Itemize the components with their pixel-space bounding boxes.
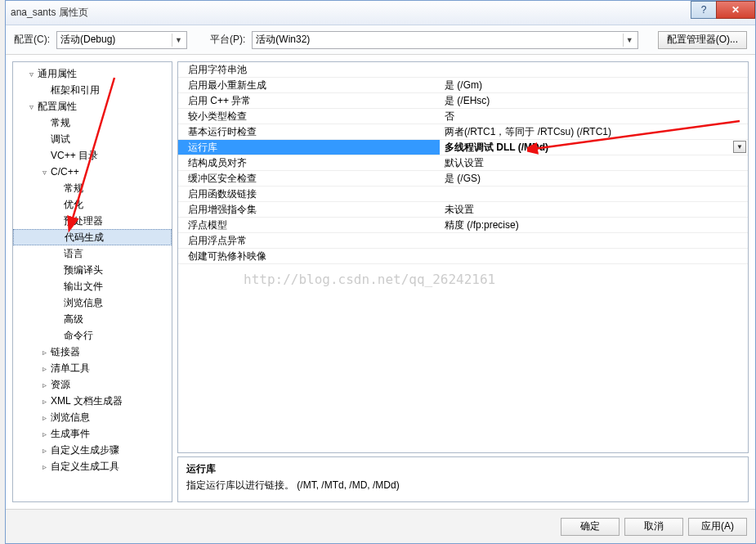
tree-expander-icon[interactable]: ▹: [39, 413, 49, 422]
tree-expander-icon[interactable]: ▹: [39, 364, 49, 373]
description-title: 运行库: [186, 462, 740, 476]
tree-item[interactable]: 命令行: [13, 327, 172, 344]
tree-expander-icon[interactable]: ▹: [39, 380, 49, 389]
tree-item-label: XML 文档生成器: [49, 394, 123, 408]
property-row[interactable]: 浮点模型精度 (/fp:precise): [178, 218, 748, 233]
property-row[interactable]: 启用最小重新生成是 (/Gm): [178, 78, 748, 93]
property-name: 启用增强指令集: [178, 203, 440, 217]
platform-label: 平台(P):: [210, 33, 245, 47]
tree-item[interactable]: ▹清单工具: [13, 360, 172, 376]
tree-item[interactable]: 调试: [13, 131, 172, 147]
footer: 确定 取消 应用(A): [6, 509, 755, 543]
tree-item[interactable]: ▿配置属性: [13, 98, 172, 115]
tree-item-label: 调试: [49, 133, 70, 146]
property-row[interactable]: 启用字符串池: [178, 62, 748, 78]
property-name: 启用 C++ 异常: [178, 94, 440, 108]
tree-expander-icon[interactable]: ▹: [39, 429, 49, 438]
property-name: 基本运行时检查: [178, 125, 440, 139]
property-row[interactable]: 启用 C++ 异常是 (/EHsc): [178, 93, 748, 109]
tree-item[interactable]: VC++ 目录: [13, 147, 172, 164]
tree-item-label: 优化: [62, 198, 83, 212]
tree-item[interactable]: 预编译头: [13, 262, 172, 278]
tree-item-label: 自定义生成工具: [49, 460, 119, 474]
property-name: 较小类型检查: [178, 110, 440, 124]
toolbar: 配置(C): 活动(Debug) ▼ 平台(P): 活动(Win32) ▼ 配置…: [6, 25, 755, 55]
property-row[interactable]: 较小类型检查否: [178, 109, 748, 124]
property-value: 未设置: [440, 203, 748, 217]
tree-item[interactable]: 语言: [13, 245, 172, 262]
property-value: 是 (/EHsc): [440, 94, 748, 108]
tree-item-label: 资源: [49, 378, 70, 392]
tree-item-label: C/C++: [49, 166, 79, 178]
tree-item[interactable]: ▹链接器: [13, 344, 172, 360]
property-name: 启用函数级链接: [178, 187, 440, 201]
property-row[interactable]: 缓冲区安全检查是 (/GS): [178, 171, 748, 187]
property-row[interactable]: 基本运行时检查两者(/RTC1，等同于 /RTCsu) (/RTC1): [178, 124, 748, 140]
tree-expander-icon[interactable]: ▹: [39, 348, 49, 357]
close-button[interactable]: ✕: [716, 1, 755, 19]
tree-item-label: 高级: [62, 312, 83, 326]
tree-item-label: 浏览信息: [49, 411, 90, 425]
tree-item[interactable]: ▹XML 文档生成器: [13, 393, 172, 409]
property-value[interactable]: 多线程调试 DLL (/MDd)▼: [440, 140, 748, 155]
tree-item[interactable]: 代码生成: [13, 229, 172, 245]
ok-button[interactable]: 确定: [561, 518, 620, 536]
tree-expander-icon[interactable]: ▿: [39, 168, 49, 177]
tree-item[interactable]: 输出文件: [13, 278, 172, 294]
tree-item[interactable]: 框架和引用: [13, 82, 172, 98]
tree-item[interactable]: ▹浏览信息: [13, 409, 172, 425]
tree-item[interactable]: 预处理器: [13, 213, 172, 229]
titlebar: ana_sants 属性页 ? ✕: [6, 1, 755, 25]
property-value: 是 (/GS): [440, 172, 748, 186]
tree-item-label: 预处理器: [62, 214, 103, 228]
tree-item[interactable]: 优化: [13, 196, 172, 213]
tree-panel[interactable]: ▿通用属性框架和引用▿配置属性常规调试VC++ 目录▿C/C++常规优化预处理器…: [12, 61, 172, 502]
tree-expander-icon[interactable]: ▿: [26, 70, 36, 79]
property-row[interactable]: 启用函数级链接: [178, 187, 748, 202]
config-combo[interactable]: 活动(Debug) ▼: [56, 31, 187, 49]
tree-item-label: 链接器: [49, 345, 80, 359]
apply-button[interactable]: 应用(A): [688, 518, 747, 536]
content: ▿通用属性框架和引用▿配置属性常规调试VC++ 目录▿C/C++常规优化预处理器…: [6, 55, 755, 509]
tree-item[interactable]: 常规: [13, 180, 172, 196]
tree-item[interactable]: 高级: [13, 311, 172, 327]
property-row[interactable]: 启用浮点异常: [178, 233, 748, 249]
tree-item[interactable]: ▿C/C++: [13, 164, 172, 180]
tree-item-label: 代码生成: [63, 231, 104, 245]
tree-item-label: 输出文件: [62, 280, 103, 294]
tree-item-label: 命令行: [62, 329, 93, 343]
chevron-down-icon: ▼: [623, 34, 636, 47]
config-manager-button[interactable]: 配置管理器(O)...: [658, 31, 747, 49]
tree-item[interactable]: 浏览信息: [13, 294, 172, 311]
property-name: 浮点模型: [178, 218, 440, 232]
property-row[interactable]: 启用增强指令集未设置: [178, 202, 748, 218]
tree-expander-icon[interactable]: ▹: [39, 462, 49, 471]
tree-item-label: 自定义生成步骤: [49, 443, 119, 457]
property-name: 启用浮点异常: [178, 234, 440, 248]
tree-item[interactable]: ▿通用属性: [13, 65, 172, 82]
property-grid[interactable]: http://blog.csdn.net/qq_26242161 启用字符串池启…: [177, 61, 749, 453]
tree-expander-icon[interactable]: ▿: [26, 102, 36, 111]
chevron-down-icon[interactable]: ▼: [733, 141, 746, 153]
tree-expander-icon[interactable]: ▹: [39, 446, 49, 455]
property-row[interactable]: 结构成员对齐默认设置: [178, 155, 748, 171]
tree-item-label: 语言: [62, 247, 83, 261]
tree-item[interactable]: ▹生成事件: [13, 425, 172, 442]
property-row[interactable]: 创建可热修补映像: [178, 249, 748, 264]
property-page-window: ana_sants 属性页 ? ✕ 配置(C): 活动(Debug) ▼ 平台(…: [5, 0, 756, 544]
tree-item[interactable]: 常规: [13, 115, 172, 131]
tree-item-label: 常规: [62, 182, 83, 196]
tree-item[interactable]: ▹自定义生成步骤: [13, 442, 172, 458]
tree-item[interactable]: ▹资源: [13, 376, 172, 393]
cancel-button[interactable]: 取消: [624, 518, 683, 536]
tree-item-label: 清单工具: [49, 362, 90, 375]
right-panel: http://blog.csdn.net/qq_26242161 启用字符串池启…: [177, 61, 749, 502]
property-name: 启用最小重新生成: [178, 79, 440, 92]
property-value: 两者(/RTC1，等同于 /RTCsu) (/RTC1): [440, 125, 748, 139]
platform-combo[interactable]: 活动(Win32) ▼: [252, 31, 637, 49]
tree-expander-icon[interactable]: ▹: [39, 397, 49, 406]
tree-item-label: 生成事件: [49, 427, 90, 441]
help-button[interactable]: ?: [691, 1, 717, 19]
property-row[interactable]: 运行库多线程调试 DLL (/MDd)▼: [178, 140, 748, 155]
tree-item[interactable]: ▹自定义生成工具: [13, 458, 172, 474]
